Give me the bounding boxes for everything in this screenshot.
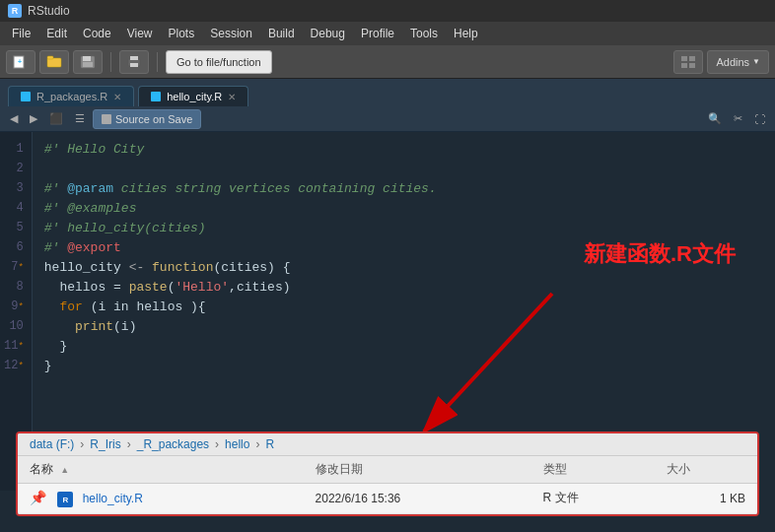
- file-modified-cell: 2022/6/16 15:36: [304, 483, 531, 514]
- code-line-10: print(i): [44, 317, 763, 337]
- new-file-button[interactable]: +: [6, 50, 35, 74]
- show-source-button[interactable]: ⬛: [45, 111, 67, 126]
- r-packages-file-icon: [21, 92, 31, 101]
- svg-rect-12: [681, 63, 687, 68]
- menu-debug[interactable]: Debug: [303, 25, 353, 42]
- title-bar: R RStudio: [0, 0, 775, 22]
- file-path-bar: data (F:) › R_Iris › _R_packages › hello…: [18, 433, 757, 456]
- file-explorer: data (F:) › R_Iris › _R_packages › hello…: [16, 432, 759, 517]
- source-on-save-button[interactable]: Source on Save: [93, 109, 201, 129]
- menu-file[interactable]: File: [4, 25, 38, 42]
- pin-icon: 📌: [30, 490, 46, 505]
- code-line-3: #' @param cities string vertices contain…: [44, 179, 763, 199]
- svg-rect-8: [130, 56, 138, 60]
- tab-bar: R_packages.R ✕ hello_city.R ✕: [0, 79, 775, 106]
- svg-rect-11: [689, 56, 695, 61]
- code-line-2: [44, 160, 763, 179]
- tab-r-packages[interactable]: R_packages.R ✕: [8, 86, 134, 106]
- sort-arrow-icon: ▲: [60, 465, 69, 475]
- app-icon: R: [8, 4, 22, 18]
- file-table: 名称 ▲ 修改日期 类型 大小 📌 R hello_city.R: [18, 456, 757, 515]
- file-name-cell: 📌 R hello_city.R: [18, 483, 304, 514]
- table-row[interactable]: 📌 R hello_city.R 2022/6/16 15:36 R 文件 1 …: [18, 483, 757, 514]
- save-button[interactable]: [73, 50, 103, 74]
- col-size-header: 大小: [655, 456, 757, 484]
- file-name-link[interactable]: hello_city.R: [83, 492, 143, 505]
- path-part-hello[interactable]: hello: [225, 437, 249, 451]
- source-icon: [102, 114, 111, 124]
- code-line-8: hellos = paste('Hello',cities): [44, 278, 763, 298]
- forward-button[interactable]: ▶: [26, 111, 41, 126]
- menu-help[interactable]: Help: [446, 25, 486, 42]
- toolbar-separator-2: [157, 52, 158, 72]
- code-line-5: #' hello_city(cities): [44, 219, 763, 238]
- grid-icon: [680, 55, 696, 69]
- menu-bar: File Edit Code View Plots Session Build …: [0, 22, 775, 45]
- tab-hello-city-label: hello_city.R: [167, 91, 222, 102]
- path-part-r[interactable]: R: [265, 437, 274, 451]
- col-type-header: 类型: [531, 456, 655, 484]
- code-line-12: }: [44, 357, 763, 376]
- code-line-9: for (i in hellos ){: [44, 298, 763, 317]
- path-part-packages[interactable]: _R_packages: [137, 437, 209, 451]
- open-file-button[interactable]: [39, 50, 69, 74]
- svg-rect-3: [47, 56, 53, 59]
- addins-button[interactable]: Addins ▼: [707, 50, 769, 74]
- goto-button[interactable]: Go to file/function: [166, 50, 272, 74]
- print-icon: [126, 55, 142, 69]
- r-file-icon: R: [57, 492, 73, 507]
- svg-rect-2: [47, 58, 61, 67]
- source-save-label: Source on Save: [115, 113, 192, 125]
- tab-r-packages-close[interactable]: ✕: [113, 92, 121, 102]
- print-button[interactable]: [119, 50, 149, 74]
- code-line-7: hello_city <- function(cities) {: [44, 258, 763, 278]
- goto-label: Go to file/function: [176, 56, 261, 68]
- code-line-11: }: [44, 337, 763, 357]
- menu-plots[interactable]: Plots: [161, 25, 203, 42]
- path-part-riris[interactable]: R_Iris: [90, 437, 120, 451]
- addins-label: Addins: [716, 56, 749, 68]
- menu-view[interactable]: View: [119, 25, 161, 42]
- grid-view-button[interactable]: [673, 50, 703, 74]
- editor-toolbar: ◀ ▶ ⬛ ☰ Source on Save 🔍 ✂ ⛶: [0, 106, 775, 132]
- main-toolbar: + Go to file/function: [0, 45, 775, 79]
- menu-profile[interactable]: Profile: [353, 25, 402, 42]
- menu-session[interactable]: Session: [202, 25, 260, 42]
- show-outline-button[interactable]: ☰: [71, 111, 89, 126]
- new-file-icon: +: [13, 55, 29, 69]
- tab-r-packages-label: R_packages.R: [36, 91, 107, 102]
- app-title: RStudio: [28, 4, 70, 18]
- svg-rect-6: [83, 62, 93, 67]
- svg-rect-13: [689, 63, 695, 68]
- toolbar-separator-1: [110, 52, 111, 72]
- code-line-1: #' Hello City: [44, 140, 763, 160]
- path-part-data[interactable]: data (F:): [30, 437, 74, 451]
- menu-tools[interactable]: Tools: [402, 25, 446, 42]
- save-icon: [80, 55, 96, 69]
- file-size-cell: 1 KB: [655, 483, 757, 514]
- col-modified-header: 修改日期: [304, 456, 531, 484]
- expand-icon[interactable]: ⛶: [750, 112, 769, 126]
- search-icon[interactable]: 🔍: [704, 111, 726, 126]
- menu-code[interactable]: Code: [75, 25, 119, 42]
- svg-rect-10: [681, 56, 687, 61]
- tools-icon[interactable]: ✂: [730, 111, 746, 126]
- svg-rect-5: [83, 56, 91, 61]
- svg-rect-9: [130, 63, 138, 67]
- svg-text:+: +: [18, 58, 22, 65]
- col-name-header: 名称 ▲: [18, 456, 304, 484]
- tab-hello-city-close[interactable]: ✕: [228, 92, 236, 102]
- menu-build[interactable]: Build: [260, 25, 303, 42]
- file-table-header: 名称 ▲ 修改日期 类型 大小: [18, 456, 757, 484]
- code-line-6: #' @export: [44, 238, 763, 258]
- file-type-cell: R 文件: [531, 483, 655, 514]
- hello-city-file-icon: [151, 92, 161, 101]
- addins-chevron-icon: ▼: [752, 57, 760, 66]
- tab-hello-city[interactable]: hello_city.R ✕: [138, 86, 248, 106]
- open-folder-icon: [46, 55, 62, 69]
- code-line-4: #' @examples: [44, 199, 763, 219]
- back-button[interactable]: ◀: [6, 111, 22, 126]
- menu-edit[interactable]: Edit: [38, 25, 75, 42]
